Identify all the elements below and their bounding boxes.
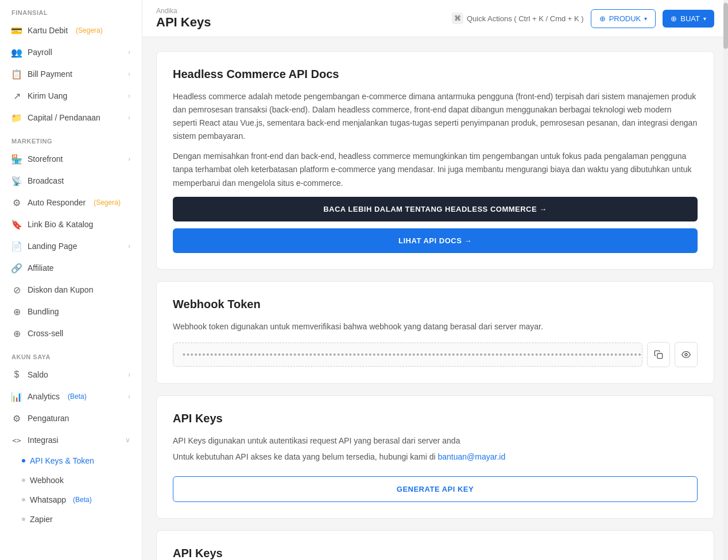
sidebar-item-storefront[interactable]: 🏪 Storefront ›	[0, 148, 142, 170]
webhook-token-card: Webhook Token Webhook token digunakan un…	[156, 281, 714, 384]
chevron-down-icon: ▾	[703, 15, 706, 22]
chevron-right-icon: ›	[128, 155, 130, 163]
chevron-right-icon: ›	[128, 70, 130, 78]
segera-badge: (Segera)	[94, 199, 121, 207]
sidebar-item-label: Cross-sell	[28, 329, 63, 338]
sidebar-item-diskon[interactable]: ⊘ Diskon dan Kupon	[0, 279, 142, 301]
chevron-right-icon: ›	[128, 371, 130, 379]
sidebar-sub-label: Webhook	[30, 476, 64, 485]
sidebar-item-payroll[interactable]: 👥 Payroll ›	[0, 41, 142, 63]
webhook-description: Webhook token digunakan untuk memverifik…	[173, 320, 698, 333]
headless-card-para1: Headless commerce adalah metode pengemba…	[173, 90, 698, 143]
sidebar-item-label: Capital / Pendanaan	[28, 113, 100, 122]
breadcrumb: Andika	[156, 7, 211, 15]
email-link[interactable]: bantuan@mayar.id	[438, 452, 506, 461]
sidebar-item-cross-sell[interactable]: ⊕ Cross-sell	[0, 322, 142, 344]
finansial-section-label: Finansial	[0, 0, 142, 20]
broadcast-icon: 📡	[11, 176, 22, 186]
sidebar-item-kirim-uang[interactable]: ↗ Kirim Uang ›	[0, 85, 142, 107]
marketing-section-label: Marketing	[0, 129, 142, 148]
sidebar-item-bill-payment[interactable]: 📋 Bill Payment ›	[0, 63, 142, 85]
sidebar-sub-item-api-keys[interactable]: API Keys & Token	[0, 451, 142, 470]
chevron-down-icon: ∨	[125, 436, 130, 444]
sidebar-item-auto-responder[interactable]: ⚙ Auto Responder (Segera)	[0, 192, 142, 213]
scrollbar-thumb[interactable]	[723, 3, 728, 49]
sidebar-sub-label: API Keys & Token	[30, 456, 94, 465]
inactive-dot	[22, 498, 25, 501]
plus-icon: ⊕	[599, 14, 606, 23]
sidebar-item-link-bio[interactable]: 🔖 Link Bio & Katalog	[0, 213, 142, 235]
sidebar-item-label: Affiliate	[28, 263, 54, 273]
view-token-button[interactable]	[675, 342, 698, 367]
sidebar-item-capital[interactable]: 📁 Capital / Pendanaan ›	[0, 107, 142, 129]
sidebar-item-pengaturan[interactable]: ⚙ Pengaturan	[0, 407, 142, 429]
sidebar-item-analytics[interactable]: 📊 Analytics (Beta) ›	[0, 386, 142, 407]
saldo-icon: $	[11, 370, 22, 380]
sidebar-sub-item-whatsapp[interactable]: Whatsapp (Beta)	[0, 490, 142, 510]
landing-page-icon: 📄	[11, 241, 22, 251]
copy-icon	[654, 350, 663, 359]
sidebar-item-saldo[interactable]: $ Saldo ›	[0, 364, 142, 386]
page-title: API Keys	[156, 15, 211, 30]
sidebar-sub-label: Whatsapp	[30, 495, 66, 504]
sidebar-item-label: Payroll	[28, 48, 52, 57]
chevron-right-icon: ›	[128, 392, 130, 400]
chevron-right-icon: ›	[128, 48, 130, 56]
quick-actions-label: Quick Actions ( Ctrl + K / Cmd + K )	[467, 14, 584, 23]
sidebar-item-label: Landing Page	[28, 242, 77, 251]
produk-label: PRODUK	[609, 14, 641, 23]
sidebar-item-integrasi[interactable]: <> Integrasi ∨	[0, 429, 142, 451]
sidebar-item-landing-page[interactable]: 📄 Landing Page ›	[0, 235, 142, 257]
sidebar-sub-item-webhook[interactable]: Webhook	[0, 470, 142, 490]
api-description-2: Untuk kebutuhan API akses ke data yang b…	[173, 450, 698, 463]
scrollbar-track	[723, 0, 728, 560]
svg-rect-0	[657, 353, 663, 359]
buat-button[interactable]: ⊕ BUAT ▾	[663, 10, 714, 28]
active-dot	[22, 459, 25, 462]
copy-token-button[interactable]	[647, 342, 670, 367]
chevron-right-icon: ›	[128, 242, 130, 250]
link-bio-icon: 🔖	[11, 219, 22, 230]
api-keys-card: API Keys API Keys digunakan untuk autent…	[156, 395, 714, 519]
capital-icon: 📁	[11, 112, 22, 123]
generate-api-key-button[interactable]: GENERATE API KEY	[173, 476, 698, 502]
sidebar-sub-label: Zapier	[30, 515, 53, 524]
beta-badge: (Beta)	[73, 496, 92, 504]
sidebar-item-kartu-debit[interactable]: 💳 Kartu Debit (Segera)	[0, 20, 142, 41]
sidebar-item-label: Kartu Debit	[28, 26, 68, 35]
sidebar-item-label: Analytics	[28, 392, 60, 401]
chevron-right-icon: ›	[128, 92, 130, 100]
analytics-icon: 📊	[11, 391, 22, 402]
sidebar-item-label: Auto Responder	[28, 198, 86, 207]
sidebar-item-label: Pengaturan	[28, 414, 69, 423]
topbar: Andika API Keys ⌘ Quick Actions ( Ctrl +…	[142, 0, 728, 37]
headless-card-para2: Dengan memisahkan front-end dan back-end…	[173, 150, 698, 189]
sidebar-item-broadcast[interactable]: 📡 Broadcast	[0, 170, 142, 192]
main-area: Andika API Keys ⌘ Quick Actions ( Ctrl +…	[142, 0, 728, 560]
api-keys-table-card: API Keys	[156, 530, 714, 560]
storefront-icon: 🏪	[11, 154, 22, 164]
topbar-left: Andika API Keys	[156, 7, 211, 30]
sidebar-item-label: Diskon dan Kupon	[28, 285, 93, 294]
eye-icon	[681, 350, 691, 359]
segera-badge: (Segera)	[76, 26, 103, 34]
chevron-right-icon: ›	[128, 114, 130, 122]
plus-icon: ⊕	[671, 14, 677, 23]
sidebar-item-bundling[interactable]: ⊕ Bundling	[0, 301, 142, 322]
sidebar-item-label: Kirim Uang	[28, 91, 67, 100]
main-content: Headless Commerce API Docs Headless comm…	[142, 37, 728, 560]
api-docs-button[interactable]: LIHAT API DOCS →	[173, 228, 698, 253]
headless-card-title: Headless Commerce API Docs	[173, 68, 698, 81]
bill-payment-icon: 📋	[11, 69, 22, 79]
read-more-button[interactable]: BACA LEBIH DALAM TENTANG HEADLESS COMMER…	[173, 197, 698, 221]
beta-badge: (Beta)	[68, 392, 87, 400]
bundling-icon: ⊕	[11, 306, 22, 317]
produk-button[interactable]: ⊕ PRODUK ▾	[591, 9, 656, 28]
svg-point-1	[685, 353, 687, 356]
sidebar-sub-item-zapier[interactable]: Zapier	[0, 510, 142, 529]
sidebar-item-label: Integrasi	[28, 435, 59, 445]
cross-sell-icon: ⊕	[11, 328, 22, 339]
token-display: ••••••••••••••••••••••••••••••••••••••••…	[173, 343, 642, 367]
sidebar-item-affiliate[interactable]: 🔗 Affiliate	[0, 257, 142, 279]
sidebar-item-label: Bill Payment	[28, 69, 72, 79]
